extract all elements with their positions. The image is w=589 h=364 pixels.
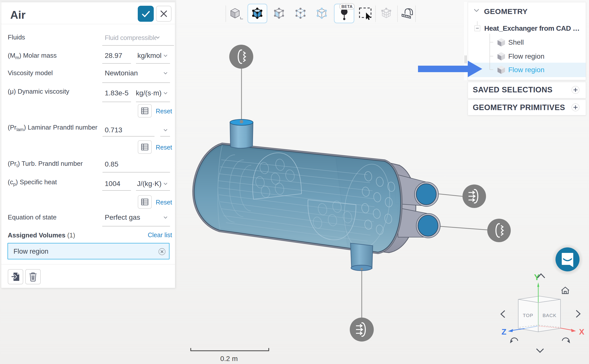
svg-text:X: X [579,327,584,336]
svg-text:Z: Z [502,327,506,336]
svg-text:BETA: BETA [342,4,352,9]
svg-text:TOP: TOP [523,313,533,318]
svg-text:Y: Y [534,272,540,282]
svg-text:0.2 m: 0.2 m [220,355,238,363]
svg-text:BACK: BACK [542,313,556,318]
